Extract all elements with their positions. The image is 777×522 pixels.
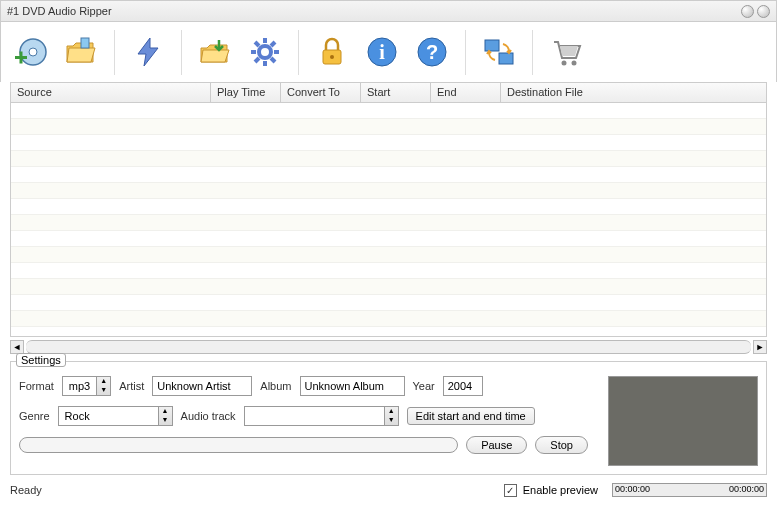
col-end[interactable]: End — [431, 83, 501, 102]
audiotrack-select[interactable]: ▲▼ — [244, 406, 399, 426]
svg-point-22 — [562, 61, 567, 66]
table-row — [11, 279, 766, 295]
table-row — [11, 295, 766, 311]
toolbar: i ? — [0, 22, 777, 82]
col-destination[interactable]: Destination File — [501, 83, 766, 102]
time-start: 00:00:00 — [615, 484, 650, 494]
chevron-down-icon[interactable]: ▼ — [97, 386, 110, 395]
svg-line-12 — [271, 42, 275, 46]
svg-text:i: i — [379, 41, 385, 63]
window-title: #1 DVD Audio Ripper — [7, 5, 112, 17]
svg-rect-4 — [81, 38, 89, 48]
open-folder-button[interactable] — [61, 32, 101, 72]
genre-value: Rock — [59, 410, 158, 422]
enable-preview-label: Enable preview — [523, 484, 598, 496]
pause-button[interactable]: Pause — [466, 436, 527, 454]
scroll-left-icon[interactable]: ◄ — [10, 340, 24, 354]
col-start[interactable]: Start — [361, 83, 431, 102]
chevron-up-icon[interactable]: ▲ — [97, 377, 110, 386]
status-bar: Ready ✓ Enable preview 00:00:00 00:00:00 — [10, 483, 767, 497]
table-row — [11, 151, 766, 167]
table-row — [11, 215, 766, 231]
cart-button[interactable] — [546, 32, 586, 72]
col-source[interactable]: Source — [11, 83, 211, 102]
svg-text:?: ? — [426, 41, 438, 63]
artist-input[interactable] — [152, 376, 252, 396]
settings-legend: Settings — [16, 353, 66, 367]
svg-point-1 — [29, 48, 37, 56]
col-playtime[interactable]: Play Time — [211, 83, 281, 102]
enable-preview-checkbox[interactable]: ✓ — [504, 484, 517, 497]
table-header: Source Play Time Convert To Start End De… — [11, 83, 766, 103]
artist-label: Artist — [119, 380, 144, 392]
minimize-button[interactable] — [741, 5, 754, 18]
table-row — [11, 263, 766, 279]
svg-point-23 — [572, 61, 577, 66]
settings-button[interactable] — [245, 32, 285, 72]
time-end: 00:00:00 — [729, 484, 764, 494]
format-select[interactable]: mp3 ▲▼ — [62, 376, 111, 396]
scroll-track[interactable] — [26, 340, 751, 354]
swap-button[interactable] — [479, 32, 519, 72]
browse-folder-button[interactable] — [195, 32, 235, 72]
help-button[interactable]: ? — [412, 32, 452, 72]
scroll-right-icon[interactable]: ► — [753, 340, 767, 354]
year-input[interactable] — [443, 376, 483, 396]
window-controls — [741, 5, 770, 18]
svg-line-11 — [271, 58, 275, 62]
settings-panel: Settings Format mp3 ▲▼ Artist Album Year… — [10, 361, 767, 475]
preview-pane — [608, 376, 758, 466]
progress-bar — [19, 437, 458, 453]
year-label: Year — [413, 380, 435, 392]
svg-rect-3 — [20, 52, 23, 64]
table-row — [11, 311, 766, 327]
chevron-down-icon[interactable]: ▼ — [385, 416, 398, 425]
titlebar: #1 DVD Audio Ripper — [0, 0, 777, 22]
audiotrack-label: Audio track — [181, 410, 236, 422]
format-value: mp3 — [63, 380, 96, 392]
svg-line-10 — [255, 42, 259, 46]
svg-point-5 — [259, 46, 271, 58]
edit-time-button[interactable]: Edit start and end time — [407, 407, 535, 425]
convert-button[interactable] — [128, 32, 168, 72]
genre-label: Genre — [19, 410, 50, 422]
format-label: Format — [19, 380, 54, 392]
stop-button[interactable]: Stop — [535, 436, 588, 454]
info-button[interactable]: i — [362, 32, 402, 72]
genre-select[interactable]: Rock ▲▼ — [58, 406, 173, 426]
col-convertto[interactable]: Convert To — [281, 83, 361, 102]
file-table: Source Play Time Convert To Start End De… — [10, 82, 767, 337]
svg-rect-21 — [499, 53, 513, 64]
chevron-down-icon[interactable]: ▼ — [159, 416, 172, 425]
svg-rect-20 — [485, 40, 499, 51]
table-row — [11, 199, 766, 215]
status-text: Ready — [10, 484, 42, 496]
table-row — [11, 247, 766, 263]
svg-line-13 — [255, 58, 259, 62]
lock-button[interactable] — [312, 32, 352, 72]
table-body[interactable] — [11, 103, 766, 336]
album-input[interactable] — [300, 376, 405, 396]
time-slider[interactable]: 00:00:00 00:00:00 — [612, 483, 767, 497]
add-disc-button[interactable] — [11, 32, 51, 72]
table-row — [11, 103, 766, 119]
table-row — [11, 119, 766, 135]
table-row — [11, 183, 766, 199]
table-row — [11, 231, 766, 247]
chevron-up-icon[interactable]: ▲ — [159, 407, 172, 416]
svg-point-15 — [330, 55, 334, 59]
table-row — [11, 135, 766, 151]
close-button[interactable] — [757, 5, 770, 18]
table-row — [11, 167, 766, 183]
chevron-up-icon[interactable]: ▲ — [385, 407, 398, 416]
horizontal-scrollbar[interactable]: ◄ ► — [10, 339, 767, 355]
album-label: Album — [260, 380, 291, 392]
